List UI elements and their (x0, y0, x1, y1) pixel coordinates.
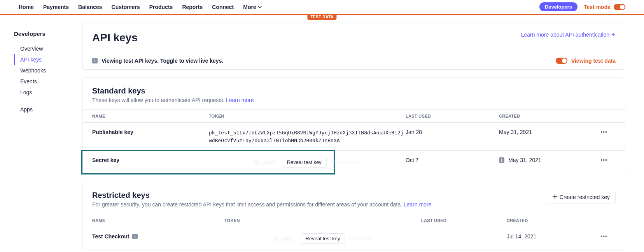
reveal-secret-key-button[interactable]: Reveal test key (282, 157, 327, 167)
restricted-table-header: NAME TOKEN LAST USED CREATED (83, 214, 625, 227)
main-content: API keys Learn more about API authentica… (82, 15, 625, 252)
nav-more[interactable]: More (243, 4, 261, 10)
sidebar-title: Developers (14, 30, 82, 37)
learn-auth-label: Learn more about API authentication (521, 32, 609, 38)
info-icon: i (132, 234, 138, 239)
th-created: CREATED (507, 218, 592, 223)
th-last-used: LAST USED (421, 218, 507, 223)
th-token: TOKEN (224, 218, 421, 223)
restricted-learn-more-link[interactable]: Learn more (404, 201, 432, 208)
test-mode-label: Test mode (584, 4, 611, 10)
restricted-keys-card: Restricted keys For greater security, yo… (82, 182, 625, 250)
table-row: Publishable key pk_test_51Ix7IbLZWLXpzT5… (83, 123, 625, 151)
sidebar-item-overview[interactable]: Overview (14, 43, 82, 54)
sidebar-item-webhooks[interactable]: Webhooks (14, 65, 82, 76)
top-nav-right: Developers Test mode (539, 2, 625, 11)
standard-keys-card: Standard keys These keys will allow you … (82, 78, 625, 174)
nav-products[interactable]: Products (149, 4, 173, 10)
more-icon[interactable]: ••• (592, 157, 616, 163)
nav-customers[interactable]: Customers (112, 4, 140, 10)
top-nav-items: Home Payments Balances Customers Product… (19, 4, 262, 10)
th-created: CREATED (499, 114, 592, 118)
learn-auth-link[interactable]: Learn more about API authentication (521, 32, 616, 38)
table-row: Test Checkout i rk_test_ Reveal test key… (83, 227, 625, 250)
info-bar: i Viewing test API keys. Toggle to view … (83, 52, 625, 69)
chevron-down-icon (258, 5, 262, 9)
page-title: API keys (92, 32, 138, 44)
publishable-created: May 31, 2021 (499, 129, 592, 135)
sidebar-item-events[interactable]: Events (14, 76, 82, 87)
restricted-last-used: — (421, 233, 507, 240)
secret-last-used: Oct 7 (406, 157, 499, 163)
more-icon[interactable]: ••• (592, 233, 616, 240)
nav-connect[interactable]: Connect (212, 4, 234, 10)
create-btn-label: Create restricted key (560, 194, 610, 200)
info-text: Viewing test API keys. Toggle to view li… (102, 58, 223, 64)
standard-learn-more-link[interactable]: Learn more (226, 97, 254, 103)
publishable-token[interactable]: pk_test_51Ix7IbLZWLXpzT5GqUxR8VNiWgYJycj… (209, 129, 406, 144)
test-mode: Test mode (584, 4, 625, 10)
row-name-publishable: Publishable key (92, 129, 209, 135)
more-icon[interactable]: ••• (592, 129, 616, 135)
test-data-badge: TEST DATA (307, 14, 336, 20)
row-name-test-checkout: Test Checkout i (92, 233, 224, 240)
plus-icon (553, 194, 557, 200)
secret-token-masked-right: •••••••••• (331, 159, 361, 165)
arrow-right-icon (611, 32, 616, 37)
publishable-last-used: Jan 28 (406, 129, 499, 135)
restricted-keys-desc: For greater security, you can create res… (92, 201, 432, 208)
th-name: NAME (92, 114, 209, 118)
standard-keys-desc: These keys will allow you to authenticat… (92, 97, 254, 103)
restricted-keys-title: Restricted keys (92, 191, 432, 200)
info-icon: i (499, 157, 504, 163)
test-mode-toggle[interactable] (614, 4, 625, 10)
sidebar-item-logs[interactable]: Logs (14, 87, 82, 98)
th-last-used: LAST USED (406, 114, 499, 118)
th-token: TOKEN (209, 114, 406, 118)
th-name: NAME (92, 218, 224, 223)
info-icon: i (92, 58, 98, 63)
nav-balances[interactable]: Balances (78, 4, 102, 10)
sidebar-item-api-keys[interactable]: API keys (14, 54, 82, 65)
developers-badge[interactable]: Developers (539, 2, 578, 11)
sidebar: Developers Overview API keys Webhooks Ev… (14, 15, 82, 252)
top-nav: Home Payments Balances Customers Product… (0, 0, 644, 14)
secret-token-masked-left: sk_test_ (254, 159, 278, 165)
standard-keys-title: Standard keys (92, 86, 254, 95)
nav-payments[interactable]: Payments (43, 4, 69, 10)
restricted-created: Jul 14, 2021 (507, 233, 592, 240)
secret-created: i May 31, 2021 (499, 157, 592, 163)
nav-reports[interactable]: Reports (182, 4, 203, 10)
table-row: Secret key sk_test_ Reveal test key ••••… (83, 151, 625, 174)
viewing-test-data: Viewing test data (556, 58, 616, 64)
header-card: API keys Learn more about API authentica… (82, 23, 625, 70)
restricted-token-masked-left: rk_test_ (272, 236, 297, 241)
reveal-restricted-key-button[interactable]: Reveal test key (301, 233, 345, 244)
viewing-test-label: Viewing test data (571, 58, 616, 64)
viewing-test-toggle[interactable] (556, 58, 567, 64)
create-restricted-key-button[interactable]: Create restricted key (547, 191, 616, 203)
nav-more-label: More (243, 4, 256, 10)
restricted-token-masked-right: •••••••• (349, 236, 373, 241)
standard-table-header: NAME TOKEN LAST USED CREATED (83, 109, 625, 123)
sidebar-item-apps[interactable]: Apps (14, 104, 82, 115)
row-name-secret: Secret key (92, 157, 209, 163)
nav-home[interactable]: Home (19, 4, 34, 10)
